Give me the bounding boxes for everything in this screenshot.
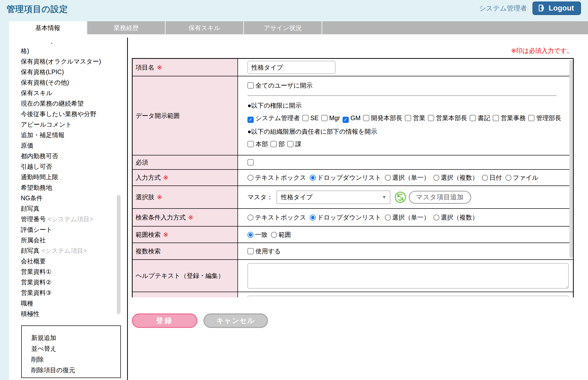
row-input-method-label: 入力方式 ※ [133,170,238,185]
checkbox-option[interactable]: Mgr [321,114,343,121]
sidebar-item[interactable]: 追加・補足情報 [21,130,121,140]
tab-業務経歴[interactable]: 業務経歴 [87,21,165,34]
sidebar-item[interactable]: 都内勤務可否 [21,151,121,161]
checkbox-option[interactable]: SE [302,114,321,121]
checkbox-label: 本部 [255,140,268,147]
radio-option[interactable]: 選択（単一） [385,174,433,181]
sidebar-item[interactable]: 現在の業務の継続希望 [21,98,121,109]
action-link[interactable]: 新規追加 [31,332,120,343]
sidebar-item-label: 積極性 [21,310,40,317]
radio-option[interactable]: 選択（複数） [433,214,482,221]
tab-アサイン状況[interactable]: アサイン状況 [244,21,322,34]
sidebar-item[interactable]: 希望勤務地 [21,182,121,193]
sidebar-item[interactable]: 通勤時間上限 [21,172,121,182]
sidebar-item[interactable]: 保有スキル [21,88,121,98]
checkbox-icon [470,115,476,121]
radio-option[interactable]: ドロップダウンリスト [310,174,385,181]
required-mark: ※ [163,174,168,181]
checkbox-option[interactable]: 課 [287,140,304,147]
org-heading: ●以下の組織階層の責任者に部下の情報を開示 [247,126,564,136]
sidebar-item[interactable]: 保有資格(オラクルマスター) [21,56,121,67]
row-range-search: 範囲検索 ※ 一致範囲 [133,226,573,243]
checkbox-option[interactable]: ✓GM [343,114,363,121]
item-settings-form: 項目名 ※ データ開示範囲 全てのユーザに開示 ●以下の権限に開示 ✓システム管… [132,58,574,297]
radio-icon [385,175,391,181]
sidebar-item[interactable]: 顔写真 [21,203,121,214]
action-link[interactable]: 削除 [31,354,120,365]
radio-label: テキストボックス [255,214,306,221]
checkbox-option[interactable]: 本部 [247,140,270,147]
radio-label: ドロップダウンリスト [317,214,381,221]
radio-option[interactable]: 一致 [247,231,271,238]
action-link[interactable]: 並べ替え [31,343,120,354]
cancel-button[interactable]: キャンセル [203,313,268,328]
checkbox-option[interactable]: ✓システム管理者 [247,114,302,121]
checkbox-icon [428,115,434,121]
sidebar-item[interactable]: 職種 [21,298,121,308]
sidebar-item-label: 顔写真 [21,247,40,254]
checkbox-label: 課 [295,140,302,147]
sidebar-item-label: 格) [21,47,29,54]
sidebar-item[interactable]: NG条件 [21,193,121,203]
sidebar-item[interactable]: 今後従事したい業務や分野 [21,109,121,119]
checkbox-label: システム管理者 [255,114,300,121]
refresh-icon[interactable] [394,191,406,203]
master-select[interactable]: 性格タイプ ▼ [276,191,390,204]
tab-基本情報[interactable]: 基本情報 [9,21,87,34]
radio-option[interactable]: 選択（複数） [433,174,482,181]
radio-option[interactable]: 選択（単一） [385,214,433,221]
checkbox-option[interactable]: 管理部長 [528,114,564,121]
radio-option[interactable]: テキストボックス [247,214,310,221]
sidebar-item-label: 都内勤務可否 [21,152,58,159]
sidebar-item[interactable]: 保有資格(その他) [21,77,121,88]
sidebar-item[interactable]: 原価 [21,140,121,151]
checkbox-icon: ✓ [343,117,349,123]
checkbox-option[interactable]: 部 [270,140,287,147]
form-scrollbar-thumb[interactable] [569,60,573,258]
required-checkbox[interactable] [247,159,255,166]
sidebar-item[interactable]: 格) [21,46,121,56]
sidebar-item[interactable]: 営業資料③ [21,287,121,298]
sidebar-item[interactable]: 評価シート [21,224,121,235]
help-text-textarea[interactable] [247,263,569,289]
action-link[interactable]: 削除項目の復元 [31,365,120,375]
clipped-textarea[interactable] [247,296,569,297]
row-help-text: ヘルプテキスト（登録・編集） [133,259,573,292]
submit-button[interactable]: 登録 [132,313,197,328]
radio-option[interactable]: ファイル [505,174,542,181]
logout-button[interactable]: Logout [532,2,581,15]
row-multi-search-label: 複数検索 [133,243,238,259]
checkbox-label: 営業事務 [501,114,526,121]
radio-option[interactable]: 日付 [482,174,505,181]
radio-option[interactable]: ドロップダウンリスト [310,214,385,221]
all-users-line: 全てのユーザに開示 [247,80,564,90]
checkbox-label: 営業本部長 [436,114,467,121]
sidebar-item[interactable]: 引越し可否 [21,161,121,172]
sidebar-item[interactable]: 顔写真<システム項目> [21,245,121,256]
all-users-checkbox[interactable]: 全てのユーザに開示 [247,82,315,89]
sidebar-item[interactable]: 管理番号<システム項目> [21,214,121,224]
checkbox-option[interactable]: 営業事務 [493,114,528,121]
sidebar-item[interactable]: アピールコメント [21,119,121,130]
sidebar-item-label: 保有資格(LPIC) [21,68,64,75]
master-add-button[interactable]: マスタ項目追加 [409,191,471,204]
radio-icon [433,215,439,221]
sidebar-item[interactable]: 営業資料① [21,266,121,277]
checkbox-option[interactable]: 書記 [470,114,493,121]
sidebar-item[interactable]: 会社概要 [21,256,121,266]
multi-search-checkbox[interactable]: 使用する [247,247,283,255]
checkbox-option[interactable]: 営業 [405,114,428,121]
sidebar-item[interactable]: 保有資格(LPIC) [21,67,121,77]
radio-option[interactable]: 範囲 [271,231,295,238]
checkbox-option[interactable]: 営業本部長 [428,114,470,121]
sidebar-item[interactable]: 積極性 [21,308,121,319]
row-help-text-label: ヘルプテキスト（登録・編集） [133,260,238,292]
sidebar-scrollbar-thumb[interactable] [117,195,121,314]
sidebar-item[interactable]: 営業資料② [21,277,121,287]
checkbox-option[interactable]: 開発本部長 [363,114,405,121]
checkbox-label: GM [351,114,361,121]
item-name-input[interactable] [247,61,336,74]
sidebar-item[interactable]: 所属会社 [21,235,121,245]
radio-option[interactable]: テキストボックス [247,174,310,181]
tab-保有スキル[interactable]: 保有スキル [166,21,243,34]
